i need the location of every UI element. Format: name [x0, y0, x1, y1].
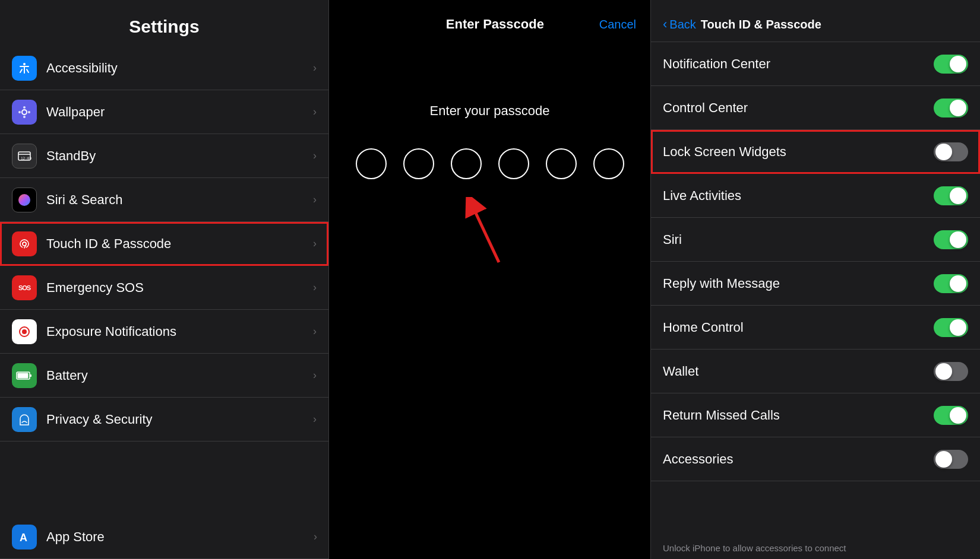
- settings-item-privacy[interactable]: Privacy & Security›: [0, 398, 328, 442]
- settings-item-touchid[interactable]: Touch ID & Passcode›: [0, 222, 328, 266]
- back-chevron-icon: ‹: [663, 17, 667, 32]
- passcode-dot-2: [403, 148, 434, 179]
- svg-point-2: [23, 110, 26, 114]
- siri-icon: [12, 188, 37, 212]
- appstore-icon: A: [12, 525, 37, 550]
- passcode-dots: [356, 148, 624, 179]
- touchid-chevron-icon: ›: [313, 237, 317, 250]
- exposure-label: Exposure Notifications: [46, 324, 313, 339]
- siri-toggle-knob: [950, 231, 966, 248]
- battery-label: Battery: [46, 368, 313, 383]
- home_control-toggle-knob: [950, 319, 966, 336]
- exposure-chevron-icon: ›: [313, 325, 317, 338]
- siri-label: Siri: [663, 232, 934, 247]
- svg-point-4: [23, 116, 26, 118]
- svg-point-3: [23, 106, 26, 109]
- accessories-toggle[interactable]: [934, 450, 968, 469]
- accessories-toggle-knob: [935, 451, 952, 468]
- touchid-item-reply_message[interactable]: Reply with Message: [651, 262, 980, 306]
- touchid-label: Touch ID & Passcode: [46, 236, 313, 252]
- wallet-toggle-knob: [935, 363, 952, 380]
- reply_message-toggle[interactable]: [934, 274, 968, 293]
- svg-point-13: [22, 329, 27, 334]
- wallpaper-icon: [12, 100, 37, 125]
- passcode-title: Enter Passcode: [391, 17, 599, 32]
- touchid-icon: [12, 231, 37, 256]
- control_center-toggle-knob: [950, 100, 966, 116]
- settings-item-siri[interactable]: Siri & Search›: [0, 178, 328, 222]
- passcode-dot-6: [593, 148, 624, 179]
- control_center-label: Control Center: [663, 100, 934, 116]
- touchid-footer: Unlock iPhone to allow accessories to co…: [651, 537, 980, 559]
- accessibility-icon: [12, 56, 37, 81]
- sos-icon: SOS: [12, 275, 37, 300]
- return_missed-toggle[interactable]: [934, 406, 968, 425]
- svg-text:12:00: 12:00: [21, 156, 31, 160]
- settings-item-sos[interactable]: SOSEmergency SOS›: [0, 266, 328, 310]
- battery-chevron-icon: ›: [313, 369, 317, 382]
- accessibility-label: Accessibility: [46, 61, 313, 76]
- passcode-dot-3: [451, 148, 482, 179]
- siri-toggle[interactable]: [934, 230, 968, 249]
- touchid-item-return_missed[interactable]: Return Missed Calls: [651, 393, 980, 437]
- appstore-chevron-icon: ›: [314, 531, 317, 543]
- standby-icon: 12:00: [12, 144, 37, 169]
- notification_center-toggle-knob: [950, 56, 966, 72]
- touchid-item-live_activities[interactable]: Live Activities: [651, 174, 980, 218]
- settings-item-wallpaper[interactable]: Wallpaper›: [0, 90, 328, 134]
- live_activities-toggle[interactable]: [934, 186, 968, 205]
- settings-panel: Settings Accessibility›Wallpaper›12:00St…: [0, 0, 329, 559]
- arrow-indicator: [460, 197, 520, 268]
- touchid-header: ‹ Back Touch ID & Passcode: [651, 0, 980, 42]
- touchid-item-accessories[interactable]: Accessories: [651, 437, 980, 481]
- privacy-chevron-icon: ›: [313, 413, 317, 425]
- touchid-item-siri[interactable]: Siri: [651, 218, 980, 262]
- back-button[interactable]: ‹ Back: [663, 17, 696, 32]
- svg-rect-16: [18, 373, 29, 378]
- touchid-item-wallet[interactable]: Wallet: [651, 350, 980, 393]
- passcode-cancel-button[interactable]: Cancel: [599, 18, 636, 31]
- settings-item-battery[interactable]: Battery›: [0, 354, 328, 398]
- settings-list: Accessibility›Wallpaper›12:00StandBy›Sir…: [0, 46, 328, 559]
- svg-point-0: [23, 63, 26, 65]
- accessories-label: Accessories: [663, 452, 934, 467]
- settings-item-accessibility[interactable]: Accessibility›: [0, 46, 328, 90]
- lock_screen_widgets-toggle-knob: [935, 144, 952, 160]
- settings-header: Settings: [0, 0, 328, 46]
- lock_screen_widgets-toggle[interactable]: [934, 142, 968, 161]
- passcode-prompt: Enter your passcode: [430, 103, 550, 119]
- siri-chevron-icon: ›: [313, 193, 317, 206]
- wallpaper-chevron-icon: ›: [313, 106, 317, 118]
- svg-rect-15: [30, 374, 31, 377]
- touchid-item-control_center[interactable]: Control Center: [651, 86, 980, 130]
- home_control-toggle[interactable]: [934, 318, 968, 337]
- touchid-item-lock_screen_widgets[interactable]: Lock Screen Widgets: [651, 130, 980, 174]
- control_center-toggle[interactable]: [934, 99, 968, 117]
- privacy-label: Privacy & Security: [46, 412, 313, 427]
- return_missed-label: Return Missed Calls: [663, 408, 934, 423]
- wallpaper-label: Wallpaper: [46, 104, 313, 120]
- notification_center-toggle[interactable]: [934, 55, 968, 74]
- standby-label: StandBy: [46, 148, 313, 164]
- svg-point-10: [18, 194, 30, 206]
- standby-chevron-icon: ›: [313, 150, 317, 162]
- wallet-toggle[interactable]: [934, 362, 968, 381]
- wallet-label: Wallet: [663, 364, 934, 379]
- live_activities-label: Live Activities: [663, 188, 934, 204]
- settings-item-appstore[interactable]: AApp Store›: [0, 515, 329, 559]
- sos-chevron-icon: ›: [313, 281, 317, 294]
- passcode-panel: Enter Passcode Cancel Enter your passcod…: [329, 0, 651, 559]
- passcode-header: Enter Passcode Cancel: [329, 0, 650, 32]
- svg-line-19: [471, 203, 499, 262]
- siri-label: Siri & Search: [46, 192, 313, 208]
- settings-item-standby[interactable]: 12:00StandBy›: [0, 134, 328, 178]
- reply_message-label: Reply with Message: [663, 276, 934, 291]
- notification_center-label: Notification Center: [663, 56, 934, 72]
- passcode-dot-4: [498, 148, 529, 179]
- touchid-item-home_control[interactable]: Home Control: [651, 306, 980, 350]
- settings-item-exposure[interactable]: Exposure Notifications›: [0, 310, 328, 354]
- sos-label: Emergency SOS: [46, 280, 313, 296]
- exposure-icon: [12, 319, 37, 344]
- settings-title: Settings: [14, 17, 314, 37]
- touchid-item-notification_center[interactable]: Notification Center: [651, 42, 980, 86]
